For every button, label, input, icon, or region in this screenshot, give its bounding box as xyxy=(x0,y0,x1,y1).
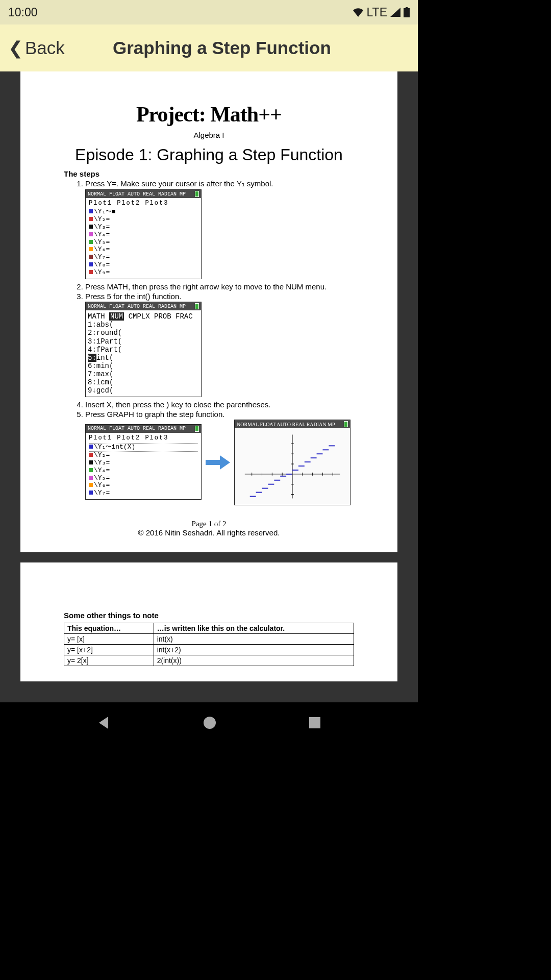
svg-point-31 xyxy=(204,717,216,729)
menu-item: 4:fPart( xyxy=(88,346,199,354)
menu-item: 2:round( xyxy=(88,329,199,337)
y-line: \Y₄= xyxy=(89,467,198,475)
y-line: \Y₆= xyxy=(89,246,198,254)
calculator-screen-formula: NORMAL FLOAT AUTO REAL RADIAN MP Plot1 P… xyxy=(85,424,202,500)
document-scroll[interactable]: Project: Math++ Algebra I Episode 1: Gra… xyxy=(0,71,418,702)
svg-rect-1 xyxy=(406,7,408,8)
plots-row: Plot1 Plot2 Plot3 xyxy=(89,200,198,207)
battery-indicator-icon xyxy=(195,426,199,432)
table-header: This equation… xyxy=(64,623,154,634)
arrow-right-icon xyxy=(206,455,230,470)
nav-back-icon[interactable] xyxy=(97,716,111,730)
document-page-1: Project: Math++ Algebra I Episode 1: Gra… xyxy=(20,71,397,552)
step-item: Insert X, then press the ) key to close … xyxy=(85,400,354,409)
step-item: Press GRAPH to graph the step function. xyxy=(85,410,354,419)
status-network: LTE xyxy=(367,6,387,19)
signal-icon xyxy=(390,8,400,17)
y-line: \Y₈= xyxy=(89,261,198,269)
calculator-screen-y-editor: NORMAL FLOAT AUTO REAL RADIAN MP Plot1 P… xyxy=(85,189,202,279)
table-header: …is written like this on the calculator. xyxy=(154,623,354,634)
y-line: \Y₄= xyxy=(89,231,198,239)
back-label: Back xyxy=(25,38,65,58)
step-item: Press MATH, then press the right arrow k… xyxy=(85,282,354,291)
battery-indicator-icon xyxy=(195,191,199,197)
menu-item: 9↓gcd( xyxy=(88,386,199,395)
y-line: \Y₅= xyxy=(89,475,198,482)
menu-item: 5:int( xyxy=(88,354,199,362)
app-header: ❮ Back Graphing a Step Function xyxy=(0,24,418,71)
y1-formula-line: \Y₁⤳int(X) xyxy=(89,443,198,452)
y-line: \Y₇= xyxy=(89,254,198,261)
y-line: \Y₆= xyxy=(89,482,198,489)
status-bar: 10:00 LTE xyxy=(0,0,418,24)
screens-row: NORMAL FLOAT AUTO REAL RADIAN MP Plot1 P… xyxy=(85,420,354,505)
table-row: y= 2[x]2(int(x)) xyxy=(64,655,354,666)
y-line: \Y₅= xyxy=(89,239,198,247)
page-number: Page 1 of 2 xyxy=(64,520,354,528)
y-line: \Y₁⤳■ xyxy=(89,208,198,216)
equations-table: This equation… …is written like this on … xyxy=(64,623,354,666)
wifi-icon xyxy=(353,8,364,17)
step-item: Press Y=. Make sure your cursor is after… xyxy=(85,179,354,188)
back-button[interactable]: ❮ Back xyxy=(8,38,65,58)
calc-header-text: NORMAL FLOAT AUTO REAL RADIAN MP xyxy=(88,304,186,309)
plots-row: Plot1 Plot2 Plot3 xyxy=(89,435,198,442)
steps-list: Press MATH, then press the right arrow k… xyxy=(64,282,354,301)
calc-menu-tabs: MATH NUM CMPLX PROB FRAC xyxy=(88,312,199,321)
menu-item: 1:abs( xyxy=(88,321,199,329)
step-item: Press 5 for the int() function. xyxy=(85,292,354,301)
calc-header-text: NORMAL FLOAT AUTO REAL RADIAN MP xyxy=(88,191,186,197)
y-line: \Y₂= xyxy=(89,452,198,459)
battery-icon xyxy=(404,7,410,17)
page-title: Graphing a Step Function xyxy=(65,38,379,58)
menu-item: 6:min( xyxy=(88,362,199,370)
calc-header-text: NORMAL FLOAT AUTO REAL RADIAN MP xyxy=(237,422,335,427)
steps-list: Press Y=. Make sure your cursor is after… xyxy=(64,179,354,188)
calc-header-text: NORMAL FLOAT AUTO REAL RADIAN MP xyxy=(88,426,186,431)
y-line: \Y₇= xyxy=(89,489,198,497)
y-line: \Y₂= xyxy=(89,216,198,224)
step-function-graph xyxy=(235,428,350,505)
svg-rect-0 xyxy=(404,8,410,17)
y-line: \Y₃= xyxy=(89,459,198,467)
navigation-bar xyxy=(0,702,418,743)
table-row: y= [x+2]int(x+2) xyxy=(64,645,354,655)
y-line: \Y₃= xyxy=(89,224,198,231)
table-row: This equation… …is written like this on … xyxy=(64,623,354,634)
steps-heading: The steps xyxy=(64,169,354,178)
project-title: Project: Math++ xyxy=(64,102,354,127)
project-subject: Algebra I xyxy=(64,131,354,139)
y-line: \Y₉= xyxy=(89,269,198,277)
calculator-screen-num-menu: NORMAL FLOAT AUTO REAL RADIAN MP MATH NU… xyxy=(85,302,202,397)
svg-rect-32 xyxy=(309,717,320,728)
table-row: y= [x]int(x) xyxy=(64,634,354,645)
menu-item: 3:iPart( xyxy=(88,337,199,346)
episode-title: Episode 1: Graphing a Step Function xyxy=(64,145,354,164)
battery-indicator-icon xyxy=(195,303,199,309)
nav-home-icon[interactable] xyxy=(203,716,216,729)
steps-list: Insert X, then press the ) key to close … xyxy=(64,400,354,419)
notes-heading: Some other things to note xyxy=(64,611,354,620)
calculator-screen-graph: NORMAL FLOAT AUTO REAL RADIAN MP xyxy=(234,420,350,505)
battery-indicator-icon xyxy=(344,421,348,427)
chevron-left-icon: ❮ xyxy=(8,38,23,58)
document-page-2: Some other things to note This equation…… xyxy=(20,562,397,681)
menu-item: 8:lcm( xyxy=(88,378,199,386)
status-time: 10:00 xyxy=(8,6,38,19)
status-right: LTE xyxy=(353,6,410,19)
nav-recent-icon[interactable] xyxy=(309,717,321,729)
copyright-text: © 2016 Nitin Seshadri. All rights reserv… xyxy=(64,528,354,537)
menu-item: 7:max( xyxy=(88,370,199,378)
